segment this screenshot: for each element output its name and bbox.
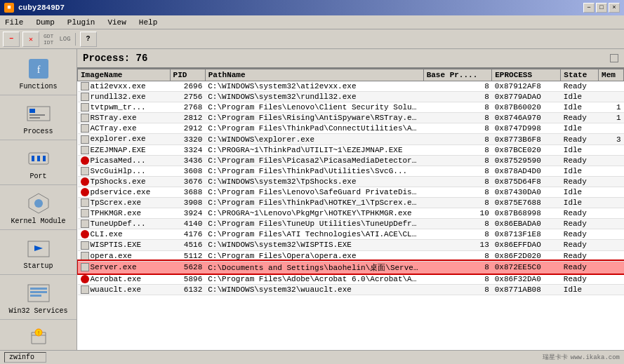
process-base: 8 <box>423 81 492 92</box>
table-row[interactable]: CLI.exe 4176 C:\Program Files\ATI Techno… <box>78 229 624 240</box>
table-row[interactable]: pdservice.exe 3688 C:\Program Files\Leno… <box>78 187 624 197</box>
process-pid: 6132 <box>170 284 205 295</box>
process-state: Ready <box>561 240 599 250</box>
restore-button[interactable]: □ <box>596 3 607 13</box>
sidebar-item-kernel-module[interactable]: Kernel Module <box>0 187 77 230</box>
menu-plugin[interactable]: Plugin <box>65 18 98 27</box>
window-controls[interactable]: − □ × <box>583 3 620 13</box>
table-row[interactable]: WISPTIS.EXE 4516 C:\WINDOWS\system32\WIS… <box>78 240 624 250</box>
table-row[interactable]: TuneUpDef... 4140 C:\Program Files\TuneU… <box>78 219 624 229</box>
col-header-mem[interactable]: Mem <box>599 69 624 81</box>
minimize-button[interactable]: − <box>583 3 595 13</box>
toolbar-help-button[interactable]: ? <box>80 32 97 47</box>
table-row[interactable]: TpShocks.exe 3676 C:\WINDOWS\system32\Tp… <box>78 176 624 187</box>
process-table-container[interactable]: ImageName PID PathName Base Pr.... EPROC… <box>77 69 624 350</box>
process-eprocess: 0x872EE5C0 <box>492 261 561 274</box>
col-header-pathname[interactable]: PathName <box>205 69 423 81</box>
process-state: Idle <box>561 284 599 295</box>
table-row[interactable]: TpScrex.exe 3908 C:\Program Files\ThinkP… <box>78 198 624 208</box>
sidebar-item-win32-services[interactable]: Win32 Services <box>0 276 77 320</box>
menu-view[interactable]: View <box>105 18 128 27</box>
col-header-base[interactable]: Base Pr.... <box>423 69 492 81</box>
process-pid: 3688 <box>170 187 205 197</box>
table-row[interactable]: PicasaMed... 3436 C:\Program Files\Picas… <box>78 155 624 166</box>
process-path: C:\Program Files\ATI Technologies\ATI.AC… <box>205 229 423 240</box>
table-row[interactable]: wuauclt.exe 6132 C:\WINDOWS\system32\wua… <box>78 284 624 295</box>
process-base: 8 <box>423 155 492 166</box>
col-header-state[interactable]: State <box>561 69 599 81</box>
port-icon <box>26 146 51 171</box>
table-row[interactable]: EZEJMNAP.EXE 3324 C:\PROGRA~1\ThinkPad\U… <box>78 144 624 155</box>
close-button[interactable]: × <box>609 3 620 13</box>
process-path: C:\WINDOWS\system32\WISPTIS.EXE <box>205 240 423 250</box>
menu-dump[interactable]: Dump <box>34 18 56 27</box>
table-row[interactable]: SvcGuiHlp... 3608 C:\Program Files\Think… <box>78 166 624 176</box>
svg-rect-17 <box>30 295 41 297</box>
table-row[interactable]: explorer.exe 3320 C:\WINDOWS\explorer.ex… <box>78 134 624 144</box>
table-row[interactable]: ACTray.exe 2912 C:\Program Files\ThinkPa… <box>78 123 624 134</box>
process-mem <box>599 92 624 102</box>
table-row[interactable]: ati2evxx.exe 2696 C:\WINDOWS\system32\at… <box>78 81 624 92</box>
win32-services-label: Win32 Services <box>8 307 67 315</box>
process-eprocess: 0x87B68998 <box>492 208 561 219</box>
sidebar-item-startup[interactable]: Startup <box>0 231 77 275</box>
process-path: C:\WINDOWS\explorer.exe <box>205 134 423 144</box>
toolbar-separator <box>75 33 76 46</box>
process-base: 8 <box>423 229 492 240</box>
process-eprocess: 0x8771AB08 <box>492 284 561 295</box>
process-state: Ready <box>561 261 599 274</box>
process-eprocess: 0x8746A970 <box>492 113 561 123</box>
table-row[interactable]: tvtpwm_tr... 2768 C:\Program Files\Lenov… <box>78 102 624 113</box>
process-mem <box>599 198 624 208</box>
process-mem <box>599 176 624 187</box>
sidebar-item-functions[interactable]: f Functions <box>0 52 77 95</box>
col-header-pid[interactable]: PID <box>170 69 205 81</box>
process-base: 10 <box>423 208 492 219</box>
process-eprocess: 0x86F2D020 <box>492 250 561 261</box>
col-header-imagename[interactable]: ImageName <box>78 69 171 81</box>
main-layout: f Functions Process <box>0 49 624 350</box>
sidebar-item-registry[interactable]: ! Registry <box>0 321 77 350</box>
sidebar-item-process[interactable]: Process <box>0 97 77 140</box>
table-row[interactable]: Server.exe 5628 C:\Documents and Setting… <box>78 261 624 274</box>
process-path: C:\Program Files\Adobe\Acrobat 6.0\Acrob… <box>205 274 423 284</box>
process-path: C:\WINDOWS\system32\TpShocks.exe <box>205 176 423 187</box>
content-corner-indicator <box>610 54 618 62</box>
process-eprocess: 0x87BCE020 <box>492 144 561 155</box>
svg-rect-9 <box>43 156 46 161</box>
title-bar: ■ cuby2849D7 − □ × <box>0 0 624 15</box>
process-path: C:\WINDOWS\system32\wuauclt.exe <box>205 284 423 295</box>
menu-help[interactable]: Help <box>137 18 159 27</box>
process-eprocess: 0x87912AF8 <box>492 81 561 92</box>
process-name: TpShocks.exe <box>78 176 171 187</box>
toolbar-minus-button[interactable]: − <box>3 32 20 47</box>
process-pid: 5112 <box>170 250 205 261</box>
toolbar-x-button[interactable]: ✕ <box>22 32 39 47</box>
col-header-eprocess[interactable]: EPROCESS <box>492 69 561 81</box>
process-table: ImageName PID PathName Base Pr.... EPROC… <box>77 69 624 295</box>
process-state: Idle <box>561 102 599 113</box>
table-row[interactable]: rundll32.exe 2756 C:\WINDOWS\system32\ru… <box>78 92 624 102</box>
process-name: ACTray.exe <box>78 123 171 134</box>
sidebar-item-port[interactable]: Port <box>0 142 77 185</box>
process-eprocess: 0x86EFFDAO <box>492 240 561 250</box>
process-pid: 2768 <box>170 102 205 113</box>
table-row[interactable]: Acrobat.exe 5896 C:\Program Files\Adobe\… <box>78 274 624 284</box>
process-eprocess: 0x875D64F8 <box>492 176 561 187</box>
process-eprocess: 0x8779ADAO <box>492 92 561 102</box>
process-mem <box>599 261 624 274</box>
menu-file[interactable]: File <box>3 18 25 27</box>
sidebar: f Functions Process <box>0 49 77 350</box>
process-mem <box>599 284 624 295</box>
table-row[interactable]: RSTray.exe 2812 C:\Program Files\Rising\… <box>78 113 624 123</box>
process-state: Ready <box>561 155 599 166</box>
process-eprocess: 0x87529590 <box>492 155 561 166</box>
process-pid: 2756 <box>170 92 205 102</box>
process-path: C:\Program Files\ThinkPad\ConnectUtiliti… <box>205 123 423 134</box>
process-path: C:\Documents and Settings\baohelin\桌面\Se… <box>205 261 423 274</box>
svg-rect-16 <box>30 291 47 293</box>
svg-text:!: ! <box>36 330 39 336</box>
content-header: Process: 76 <box>77 49 624 69</box>
table-row[interactable]: TPHKMGR.exe 3924 C:\PROGRA~1\Lenovo\PkgM… <box>78 208 624 219</box>
table-row[interactable]: opera.exe 5112 C:\Program Files\Opera\op… <box>78 250 624 261</box>
